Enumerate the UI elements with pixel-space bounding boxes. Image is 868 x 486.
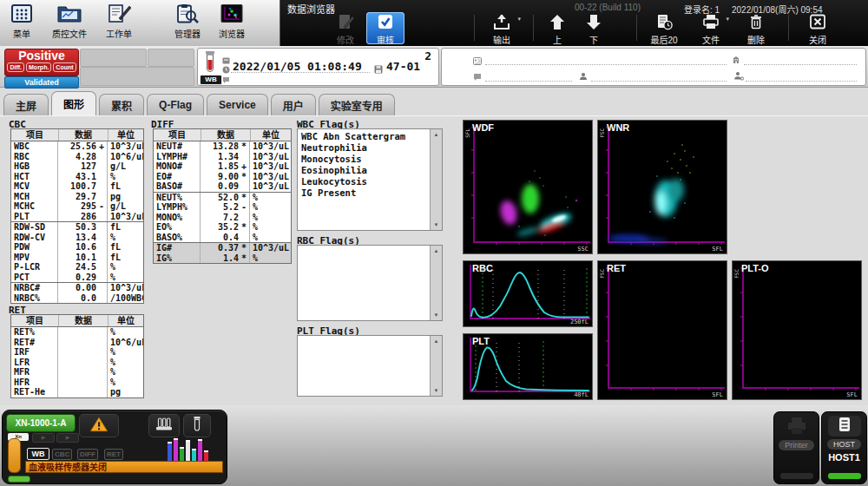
menu-button[interactable]: 菜单: [9, 3, 35, 40]
rack-button[interactable]: [148, 414, 180, 437]
flag-item: IG Present: [301, 187, 430, 199]
ret-scattergram[interactable]: RET FSC SFL: [597, 260, 727, 400]
mode-badge-diff: DIFF: [77, 449, 98, 460]
plt-o-plot-title: PLT-O: [741, 263, 769, 273]
tab-主屏[interactable]: 主屏: [3, 94, 49, 115]
flag-item: WBC Abn Scattergram: [301, 131, 430, 142]
last20-button[interactable]: 最后20: [642, 12, 686, 44]
host-stack-icon: [838, 417, 851, 436]
result-row: WBC25.56+10^3/uL: [11, 141, 143, 152]
judgment-label: Positive: [5, 49, 78, 62]
reagent-bar: [192, 449, 196, 461]
sample-id-panel: WB 2022/01/05 01:08:49 47-01 2: [197, 48, 439, 86]
ret-plot-title: RET: [607, 263, 626, 273]
graph-tab-content: CBC 项目数据单位WBC25.56+10^3/uLRBC4.2810^6/uL…: [0, 115, 868, 406]
printer-panel[interactable]: Printer: [773, 411, 819, 484]
result-row: RET%%: [11, 327, 143, 338]
delete-button[interactable]: 删除: [738, 12, 774, 44]
browser-scattergram-icon: [219, 3, 245, 26]
empty-slot: [148, 49, 194, 67]
host-icon-frame: [828, 416, 861, 437]
scroll-down-icon[interactable]: ▼: [434, 222, 439, 227]
output-button[interactable]: ▾ 输出: [481, 12, 523, 44]
worklist-button[interactable]: 工作单: [104, 3, 134, 40]
wdf-plot-title: WDF: [472, 122, 494, 133]
comment-bubble-icon: [473, 69, 482, 85]
analyzer-message: 血液吸样传感器关闭: [25, 461, 223, 473]
modify-icon: [335, 12, 356, 33]
output-icon: [491, 12, 512, 33]
single-tube-button[interactable]: [183, 414, 211, 437]
flag-item: Monocytosis: [301, 154, 430, 165]
flag-item: Eosinophilia: [301, 165, 430, 176]
judgment-flag-count: Count: [53, 62, 76, 72]
run-step-icon: ▶: [56, 433, 79, 443]
wnr-x-axis-label: SFL: [712, 246, 723, 253]
tab-Q-Flag[interactable]: Q-Flag: [147, 94, 204, 115]
scroll-down-icon[interactable]: ▼: [434, 312, 439, 318]
validate-button[interactable]: 审核: [366, 12, 404, 44]
material-mode-badge: WB: [27, 448, 49, 460]
browser-button[interactable]: 浏览器: [219, 3, 245, 40]
rbc-histogram[interactable]: RBC 250fL: [463, 260, 593, 327]
analyzer-button[interactable]: XN-1000-1-A: [6, 414, 76, 432]
table-header: 项目数据单位: [11, 315, 143, 327]
plt-plot-title: PLT: [472, 336, 490, 346]
wbc-flags-scrollbar[interactable]: ▲ ▼: [430, 129, 442, 230]
result-row: BASO#0.0910^3/uL: [154, 181, 291, 192]
file-button[interactable]: ▾ 文件: [691, 12, 731, 44]
tab-实验室专用[interactable]: 实验室专用: [319, 94, 395, 115]
wdf-y-axis-label: SFL: [464, 128, 470, 138]
plt-flags-list: [298, 336, 430, 396]
scroll-up-icon[interactable]: ▲: [434, 132, 439, 137]
rbc-flags-scrollbar[interactable]: ▲ ▼: [430, 246, 442, 320]
doctor-field: [746, 69, 857, 82]
reagent-bar: [168, 442, 172, 461]
wdf-scattergram[interactable]: WDF SFL SSC: [463, 120, 593, 254]
tab-图形[interactable]: 图形: [51, 91, 96, 115]
scroll-up-icon[interactable]: ▲: [434, 248, 439, 253]
data-browser-window: 数据浏览器 00-22 (Build 110) 登录名: 1 2022/01/0…: [0, 0, 868, 486]
rack-position: 47-01: [386, 60, 420, 73]
tab-累积[interactable]: 累积: [99, 94, 144, 115]
plt-o-scattergram[interactable]: PLT-O FSC SFL: [732, 260, 862, 400]
arrow-up-icon: [547, 12, 568, 33]
patient-name-field: [591, 69, 727, 82]
patient-person-icon: [579, 69, 588, 84]
tab-Service[interactable]: Service: [207, 94, 268, 115]
scroll-down-icon[interactable]: ▼: [434, 388, 439, 393]
down-button[interactable]: 下: [576, 12, 611, 44]
result-row: P-LCR24.5%: [11, 262, 143, 273]
scroll-up-icon[interactable]: ▲: [434, 338, 439, 344]
checkbox-check-icon: [375, 12, 396, 33]
manager-button[interactable]: 管理器: [174, 3, 201, 40]
modify-button[interactable]: 修改: [326, 12, 365, 44]
qc-folder-icon: [55, 3, 84, 26]
patient-id-card-icon: [473, 53, 482, 69]
result-row: NRBC#0.0010^3/uL: [11, 282, 143, 293]
result-row: PCT0.29%: [11, 273, 143, 283]
result-row: LYMPH%5.2-%: [154, 202, 291, 213]
result-row: HGB127g/L: [11, 161, 143, 172]
ret-y-axis-label: FSC: [599, 269, 605, 279]
tab-用户[interactable]: 用户: [271, 94, 316, 115]
wnr-scattergram[interactable]: WNR FSC SFL: [597, 120, 727, 254]
reagent-bar: [180, 447, 184, 461]
rbc-flags-box: ▲ ▼: [297, 245, 443, 321]
alarm-button[interactable]: [79, 414, 119, 437]
qc-file-button[interactable]: 质控文件: [52, 3, 87, 40]
result-row: NEUT%52.0*%: [154, 192, 291, 203]
close-button[interactable]: 关闭: [797, 12, 838, 44]
result-row: LYMPH#1.3410^3/uL: [154, 152, 291, 162]
printer-label: Printer: [779, 440, 814, 450]
arrow-down-icon: [583, 12, 604, 33]
host-panel[interactable]: HOST HOST1: [821, 411, 867, 484]
document-clock-icon: [654, 12, 674, 33]
result-row: RET#10^6/uL: [11, 338, 143, 348]
host-status-bar: [828, 473, 861, 479]
result-row: NEUT#13.28*10^3/uL: [154, 141, 291, 152]
up-button[interactable]: 上: [540, 12, 575, 44]
plt-histogram[interactable]: PLT 40fL: [463, 333, 593, 400]
plt-flags-scrollbar[interactable]: ▲ ▼: [430, 336, 442, 396]
version-text: 00-22 (Build 110): [575, 3, 641, 12]
